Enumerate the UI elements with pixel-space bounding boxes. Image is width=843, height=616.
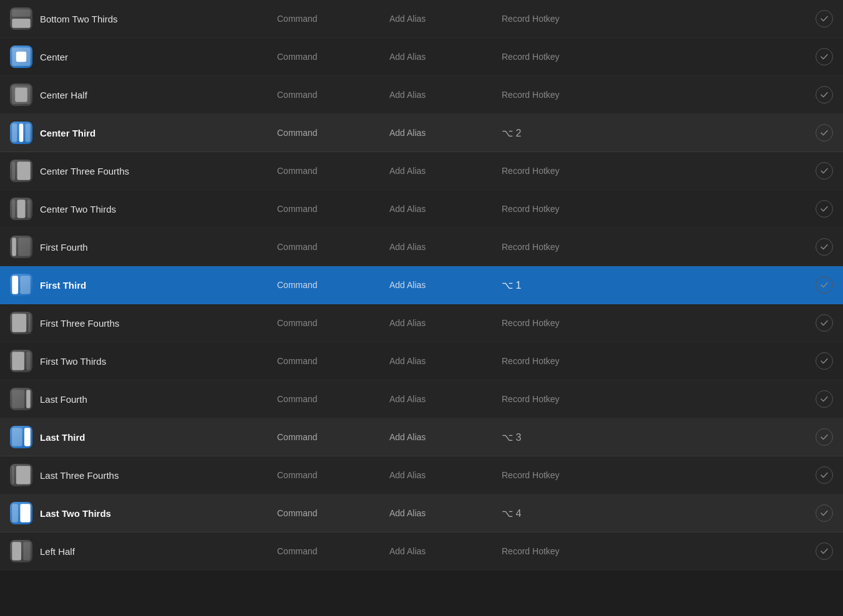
svg-rect-20 xyxy=(12,352,24,370)
row-name-first-third: First Third xyxy=(40,280,277,291)
icon-first-two-thirds xyxy=(10,350,32,372)
list-row-first-fourth[interactable]: First FourthCommandAdd AliasRecord Hotke… xyxy=(0,228,843,266)
row-alias-first-fourth[interactable]: Add Alias xyxy=(389,242,502,252)
row-hotkey-left-half[interactable]: Record Hotkey xyxy=(502,546,816,556)
icon-center-two-thirds xyxy=(10,198,32,220)
row-command-first-fourth[interactable]: Command xyxy=(277,242,389,252)
svg-rect-13 xyxy=(27,200,31,218)
list-row-last-three-fourths[interactable]: Last Three FourthsCommandAdd AliasRecord… xyxy=(0,456,843,494)
svg-rect-11 xyxy=(12,200,15,218)
svg-rect-7 xyxy=(19,123,24,142)
icon-first-fourth xyxy=(10,236,32,258)
row-check-center-half[interactable] xyxy=(816,86,833,103)
icon-center-third xyxy=(10,122,32,144)
row-check-center-two-thirds[interactable] xyxy=(816,200,833,218)
row-check-center-three-fourths[interactable] xyxy=(816,162,833,180)
row-hotkey-first-fourth[interactable]: Record Hotkey xyxy=(502,242,816,252)
row-check-first-third[interactable] xyxy=(816,276,833,294)
list-row-center-three-fourths[interactable]: Center Three FourthsCommandAdd AliasReco… xyxy=(0,152,843,190)
row-command-last-three-fourths[interactable]: Command xyxy=(277,470,389,480)
list-row-center[interactable]: CenterCommandAdd AliasRecord Hotkey xyxy=(0,38,843,76)
icon-bottom-two-thirds xyxy=(10,7,32,30)
row-name-last-two-thirds: Last Two Thirds xyxy=(40,508,277,519)
row-alias-first-two-thirds[interactable]: Add Alias xyxy=(389,356,502,366)
list-row-left-half[interactable]: Left HalfCommandAdd AliasRecord Hotkey xyxy=(0,532,843,570)
row-name-center-three-fourths: Center Three Fourths xyxy=(40,166,277,176)
row-command-center-half[interactable]: Command xyxy=(277,90,389,100)
row-check-center[interactable] xyxy=(816,48,833,65)
row-alias-center-half[interactable]: Add Alias xyxy=(389,90,502,100)
row-check-first-two-thirds[interactable] xyxy=(816,352,833,370)
row-command-center-third[interactable]: Command xyxy=(277,128,389,138)
list-row-first-three-fourths[interactable]: First Three FourthsCommandAdd AliasRecor… xyxy=(0,304,843,342)
row-check-first-three-fourths[interactable] xyxy=(816,314,833,332)
row-hotkey-last-third[interactable]: ⌥ 3 xyxy=(502,431,816,443)
list-row-center-third[interactable]: Center ThirdCommandAdd Alias⌥ 2 xyxy=(0,114,843,152)
row-check-bottom-two-thirds[interactable] xyxy=(816,10,833,27)
row-alias-bottom-two-thirds[interactable]: Add Alias xyxy=(389,14,502,24)
svg-rect-5 xyxy=(15,88,27,102)
row-alias-last-three-fourths[interactable]: Add Alias xyxy=(389,470,502,480)
row-alias-center[interactable]: Add Alias xyxy=(389,52,502,62)
row-hotkey-last-two-thirds[interactable]: ⌥ 4 xyxy=(502,508,816,519)
row-check-last-third[interactable] xyxy=(816,428,833,446)
icon-last-two-thirds xyxy=(10,502,32,524)
row-hotkey-bottom-two-thirds[interactable]: Record Hotkey xyxy=(502,14,816,24)
row-command-last-third[interactable]: Command xyxy=(277,432,389,442)
list-row-center-half[interactable]: Center HalfCommandAdd AliasRecord Hotkey xyxy=(0,76,843,114)
row-hotkey-first-third[interactable]: ⌥ 1 xyxy=(502,279,816,291)
row-name-last-fourth: Last Fourth xyxy=(40,394,277,405)
row-hotkey-center-third[interactable]: ⌥ 2 xyxy=(502,127,816,139)
row-hotkey-last-three-fourths[interactable]: Record Hotkey xyxy=(502,470,816,480)
row-command-center[interactable]: Command xyxy=(277,52,389,62)
row-command-last-two-thirds[interactable]: Command xyxy=(277,508,389,518)
row-hotkey-first-two-thirds[interactable]: Record Hotkey xyxy=(502,356,816,366)
list-row-first-third[interactable]: First ThirdCommandAdd Alias⌥ 1 xyxy=(0,266,843,304)
row-command-center-three-fourths[interactable]: Command xyxy=(277,166,389,176)
svg-rect-3 xyxy=(16,52,26,62)
row-command-center-two-thirds[interactable]: Command xyxy=(277,204,389,214)
list-row-last-fourth[interactable]: Last FourthCommandAdd AliasRecord Hotkey xyxy=(0,380,843,418)
row-command-last-fourth[interactable]: Command xyxy=(277,394,389,404)
row-alias-last-fourth[interactable]: Add Alias xyxy=(389,394,502,404)
svg-rect-0 xyxy=(12,9,30,16)
row-command-first-two-thirds[interactable]: Command xyxy=(277,356,389,366)
row-hotkey-center[interactable]: Record Hotkey xyxy=(502,52,816,62)
row-command-left-half[interactable]: Command xyxy=(277,546,389,556)
row-alias-last-two-thirds[interactable]: Add Alias xyxy=(389,508,502,518)
row-check-left-half[interactable] xyxy=(816,542,833,560)
row-hotkey-last-fourth[interactable]: Record Hotkey xyxy=(502,394,816,404)
row-alias-center-three-fourths[interactable]: Add Alias xyxy=(389,166,502,176)
row-check-last-fourth[interactable] xyxy=(816,390,833,408)
row-alias-center-two-thirds[interactable]: Add Alias xyxy=(389,204,502,214)
list-row-first-two-thirds[interactable]: First Two ThirdsCommandAdd AliasRecord H… xyxy=(0,342,843,380)
row-alias-left-half[interactable]: Add Alias xyxy=(389,546,502,556)
row-command-first-three-fourths[interactable]: Command xyxy=(277,318,389,328)
row-check-last-two-thirds[interactable] xyxy=(816,504,833,522)
row-alias-first-third[interactable]: Add Alias xyxy=(389,280,502,290)
row-hotkey-center-two-thirds[interactable]: Record Hotkey xyxy=(502,204,816,214)
row-name-last-three-fourths: Last Three Fourths xyxy=(40,470,277,481)
row-hotkey-center-half[interactable]: Record Hotkey xyxy=(502,90,816,100)
row-check-first-fourth[interactable] xyxy=(816,238,833,256)
svg-rect-25 xyxy=(24,428,31,446)
row-name-center-half: Center Half xyxy=(40,90,277,100)
row-check-center-third[interactable] xyxy=(816,124,833,142)
row-command-bottom-two-thirds[interactable]: Command xyxy=(277,14,389,24)
row-alias-last-third[interactable]: Add Alias xyxy=(389,432,502,442)
row-check-last-three-fourths[interactable] xyxy=(816,466,833,484)
svg-rect-16 xyxy=(12,276,18,294)
list-row-last-two-thirds[interactable]: Last Two ThirdsCommandAdd Alias⌥ 4 xyxy=(0,494,843,532)
row-command-first-third[interactable]: Command xyxy=(277,280,389,290)
icon-last-three-fourths xyxy=(10,464,32,486)
list-row-last-third[interactable]: Last ThirdCommandAdd Alias⌥ 3 xyxy=(0,418,843,456)
shortcuts-list: Bottom Two ThirdsCommandAdd AliasRecord … xyxy=(0,0,843,570)
svg-rect-31 xyxy=(23,542,30,560)
svg-rect-30 xyxy=(12,542,21,560)
list-row-bottom-two-thirds[interactable]: Bottom Two ThirdsCommandAdd AliasRecord … xyxy=(0,0,843,38)
row-hotkey-first-three-fourths[interactable]: Record Hotkey xyxy=(502,318,816,328)
list-row-center-two-thirds[interactable]: Center Two ThirdsCommandAdd AliasRecord … xyxy=(0,190,843,228)
row-alias-first-three-fourths[interactable]: Add Alias xyxy=(389,318,502,328)
row-hotkey-center-three-fourths[interactable]: Record Hotkey xyxy=(502,166,816,176)
row-alias-center-third[interactable]: Add Alias xyxy=(389,128,502,138)
